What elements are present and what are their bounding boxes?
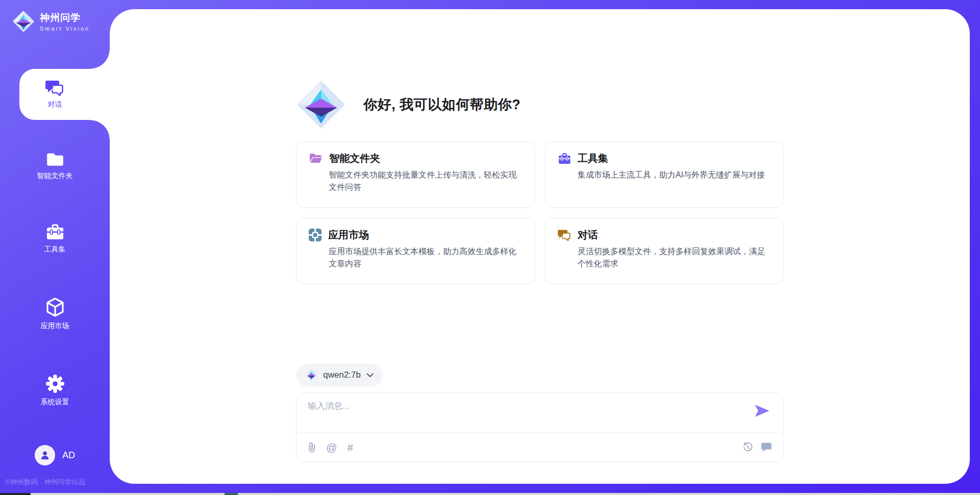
grid-icon: [309, 229, 322, 241]
paperclip-icon: [308, 442, 316, 453]
folder-icon: [45, 151, 65, 167]
sidebar-item-label: 工具集: [44, 245, 66, 254]
conversation-button[interactable]: [761, 442, 772, 452]
chevron-down-icon: [366, 373, 374, 378]
person-icon: [39, 450, 51, 461]
model-selector[interactable]: qwen2:7b: [296, 363, 383, 387]
history-icon: [742, 442, 753, 453]
brand-text: 神州问学 Smart Vision: [40, 11, 90, 32]
brand-subtitle: Smart Vision: [40, 26, 90, 32]
cube-icon: [45, 297, 65, 317]
feature-cards: 智能文件夹 智能文件夹功能支持批量文件上传与清洗，轻松实现文件问答 工具集 集成…: [296, 141, 783, 284]
sidebar-item-label: 对话: [48, 100, 62, 109]
scrollbar-thumb[interactable]: [225, 493, 238, 495]
card-title: 应用市场: [328, 228, 369, 242]
chat-icon: [45, 80, 65, 96]
model-diamond-icon: [305, 369, 317, 381]
send-icon: [754, 404, 770, 417]
card-title: 工具集: [578, 152, 608, 165]
sidebar-item-settings[interactable]: 系统设置: [0, 365, 110, 416]
chat-filled-icon: [761, 442, 772, 452]
brand-logo-block: 神州问学 Smart Vision: [12, 10, 90, 33]
sidebar-item-label: 智能文件夹: [37, 171, 73, 181]
sidebar-footer: ©神州数码 · 神州问学出品: [5, 478, 107, 487]
card-smart-folder[interactable]: 智能文件夹 智能文件夹功能支持批量文件上传与清洗，轻松实现文件问答: [296, 141, 535, 208]
send-button[interactable]: [754, 404, 770, 417]
input-toolbar: @ #: [297, 433, 783, 462]
sidebar-item-toolset[interactable]: 工具集: [0, 213, 110, 264]
chat-icon: [558, 229, 571, 241]
card-toolset[interactable]: 工具集 集成市场上主流工具，助力AI与外界无缝扩展与对接: [545, 141, 784, 208]
card-description: 灵活切换多模型文件，支持多样回复效果调试，满足个性化需求: [578, 245, 771, 270]
history-button[interactable]: [742, 442, 753, 453]
sidebar-item-label: 系统设置: [41, 398, 69, 407]
brand-name: 神州问学: [40, 11, 90, 24]
card-title: 智能文件夹: [329, 152, 380, 165]
sidebar-item-label: 应用市场: [41, 321, 69, 331]
card-chat[interactable]: 对话 灵活切换多模型文件，支持多样回复效果调试，满足个性化需求: [545, 218, 784, 284]
message-input-box: @ #: [296, 392, 783, 462]
horizontal-scrollbar[interactable]: [0, 493, 980, 495]
card-description: 集成市场上主流工具，助力AI与外界无缝扩展与对接: [578, 169, 771, 181]
toolbox-icon: [45, 224, 65, 241]
composer: qwen2:7b: [296, 363, 783, 462]
at-icon: @: [326, 441, 337, 454]
card-description: 应用市场提供丰富长文本模板，助力高效生成多样化文章内容: [329, 245, 522, 270]
message-input[interactable]: [308, 400, 696, 430]
scrollbar-corner: [0, 493, 31, 495]
topic-button[interactable]: #: [347, 441, 353, 454]
toolbox-icon: [558, 153, 571, 165]
folder-open-icon: [309, 153, 323, 164]
brand-diamond-icon: [12, 10, 35, 33]
greeting-diamond-icon: [296, 80, 346, 130]
mention-button[interactable]: @: [326, 441, 337, 454]
sidebar: 神州问学 Smart Vision 对话 智能文件夹 工具集 应用市场: [0, 0, 110, 495]
hash-icon: #: [347, 441, 353, 454]
attach-button[interactable]: [308, 442, 316, 453]
user-name: AD: [62, 450, 75, 461]
card-app-market[interactable]: 应用市场 应用市场提供丰富长文本模板，助力高效生成多样化文章内容: [296, 218, 535, 284]
model-name: qwen2:7b: [323, 370, 361, 380]
gear-icon: [45, 374, 65, 393]
sidebar-item-smart-folder[interactable]: 智能文件夹: [0, 140, 110, 191]
user-profile[interactable]: AD: [0, 445, 110, 465]
sidebar-item-app-market[interactable]: 应用市场: [0, 288, 110, 339]
avatar: [35, 445, 55, 465]
sidebar-item-chat[interactable]: 对话: [0, 69, 110, 120]
main-panel: 你好, 我可以如何帮助你? 智能文件夹 智能文件夹功能支持批量文件上传与清洗，轻…: [110, 9, 970, 484]
card-title: 对话: [578, 228, 598, 242]
greeting-block: 你好, 我可以如何帮助你?: [296, 79, 783, 130]
card-description: 智能文件夹功能支持批量文件上传与清洗，轻松实现文件问答: [329, 169, 522, 193]
greeting-text: 你好, 我可以如何帮助你?: [363, 95, 521, 114]
